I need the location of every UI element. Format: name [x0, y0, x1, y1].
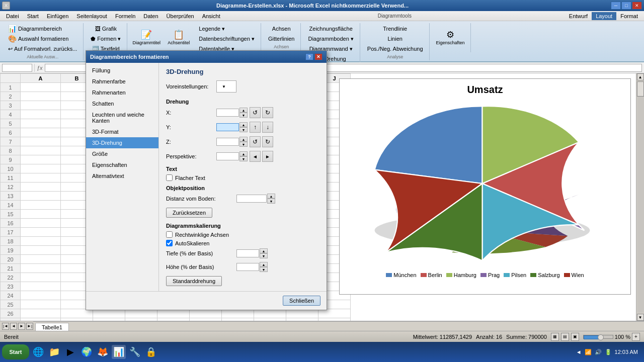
y-input[interactable]: 40° [216, 123, 239, 131]
menu-layout[interactable]: Layout [592, 12, 616, 20]
tiefe-row: Tiefe (% der Basis) 100 ▲ ▼ [166, 248, 319, 258]
z-rotate-right[interactable]: ↻ [262, 136, 273, 147]
page-layout-button[interactable]: ▤ [561, 333, 569, 341]
hoehe-spin-up[interactable]: ▲ [260, 262, 268, 267]
nav-fullung[interactable]: Füllung [86, 65, 158, 76]
autoskalieren-label: AutoSkalieren [175, 240, 210, 246]
distanz-spin-up[interactable]: ▲ [267, 194, 275, 199]
standarddrehung-button[interactable]: Standarddrehung [166, 276, 222, 286]
nav-rahmenfarbe[interactable]: Rahmenfarbe [86, 76, 158, 87]
taskbar-tray: ◄ 📶 🔊 🔋 12:03 AM [572, 349, 642, 355]
zoom-slider-thumb[interactable] [598, 334, 604, 340]
tiefe-input[interactable]: 100 [236, 249, 259, 257]
legend-color-wien [564, 273, 570, 277]
legend-label-muenchen: München [393, 272, 416, 278]
x-input[interactable]: 0° [216, 109, 239, 117]
dialog-overlay: Diagrammbereich formatieren ? ✕ Füllung … [0, 0, 352, 327]
y-rotate-up[interactable]: ↑ [250, 122, 261, 133]
taskbar-media-icon[interactable]: ▶ [63, 345, 77, 359]
dialog-format: Diagrammbereich formatieren ? ✕ Füllung … [86, 50, 327, 310]
hoehe-input[interactable]: 100 [236, 263, 259, 271]
objektposition-title: Objektposition [166, 185, 319, 191]
z-spin-up[interactable]: ▲ [239, 137, 248, 142]
nav-eigenschaften[interactable]: Eigenschaften [86, 159, 158, 170]
zoom-slider[interactable] [583, 335, 613, 339]
taskbar-globe-icon[interactable]: 🌍 [79, 345, 94, 359]
presets-dropdown[interactable]: ▼ [216, 80, 236, 93]
scroll-down-button[interactable]: ▼ [637, 314, 644, 321]
z-input[interactable]: 0° [216, 138, 239, 146]
taskbar-lock-icon[interactable]: 🔒 [144, 345, 158, 359]
perspektive-input[interactable]: 0.1° [216, 152, 239, 160]
hoehe-spin-down[interactable]: ▼ [260, 267, 268, 272]
tray-battery-icon: 🔋 [605, 349, 612, 355]
distanz-label: Distanz vom Boden: [166, 196, 236, 202]
minimize-button[interactable]: ─ [611, 2, 621, 10]
close-button[interactable]: ✕ [632, 2, 642, 10]
menu-format[interactable]: Format [616, 12, 642, 20]
y-spin-up[interactable]: ▲ [239, 122, 248, 127]
taskbar-ie-icon[interactable]: 🌐 [31, 345, 45, 359]
btn-linien[interactable]: Linien [385, 34, 406, 43]
taskbar-folder-icon[interactable]: 📁 [47, 345, 61, 359]
page-break-button[interactable]: ▣ [571, 333, 579, 341]
autoskalieren-checkbox[interactable] [166, 240, 173, 246]
start-button[interactable]: Start [2, 344, 29, 359]
perspektive-narrow[interactable]: ◄ [250, 151, 261, 162]
btn-pos-neg[interactable]: Pos./Neg. Abweichung [364, 44, 426, 53]
nav-rahmenarten[interactable]: Rahmenarten [86, 87, 158, 98]
scroll-track[interactable] [637, 81, 644, 313]
nav-groesse[interactable]: Größe [86, 148, 158, 159]
nav-3d-format[interactable]: 3D-Format [86, 126, 158, 137]
taskbar-excel-icon[interactable]: 📊 [112, 345, 126, 359]
btn-trendlinie[interactable]: Trendlinie [380, 24, 410, 33]
tiefe-spin-up[interactable]: ▲ [260, 248, 268, 253]
nav-alternativtext[interactable]: Alternativtext [86, 170, 158, 182]
x-spin-up[interactable]: ▲ [239, 108, 248, 113]
chart-area[interactable]: Umsatz [339, 78, 631, 295]
tray-network-icon: 📶 [585, 349, 592, 355]
x-rotate-left[interactable]: ↺ [250, 107, 261, 118]
perspektive-spin: 0.1° ▲ ▼ ◄ ► [216, 151, 273, 162]
dialog-nav: Füllung Rahmenfarbe Rahmenarten Schatten… [86, 63, 159, 291]
zoom-control: 100 % + [583, 333, 640, 341]
rechtwinklige-checkbox[interactable] [166, 231, 173, 238]
taskbar-firefox-icon[interactable]: 🦊 [96, 345, 110, 359]
z-spin-down[interactable]: ▼ [239, 142, 248, 147]
nav-leuchten[interactable]: Leuchten und weiche Kanten [86, 109, 158, 126]
zoom-in-button[interactable]: + [632, 333, 640, 341]
btn-eigenschaften[interactable]: ⚙ Eigenschaften [434, 24, 467, 50]
x-spin-down[interactable]: ▼ [239, 113, 248, 118]
diagrammskalierung-section: Diagrammskalierung Rechtwinklige Achsen … [166, 223, 319, 272]
nav-schatten[interactable]: Schatten [86, 98, 158, 109]
distanz-input[interactable]: 0 Pt. [236, 195, 267, 203]
legend-color-muenchen [386, 273, 392, 277]
dialog-help-button[interactable]: ? [305, 53, 313, 60]
vertical-scrollbar[interactable]: ▲ ▼ [636, 73, 644, 321]
distanz-spin-down[interactable]: ▼ [267, 199, 275, 204]
y-rotate-down[interactable]: ↓ [262, 122, 273, 133]
menu-entwurf[interactable]: Entwurf [565, 12, 592, 20]
perspektive-spin-down[interactable]: ▼ [239, 156, 248, 161]
normal-view-button[interactable]: ▦ [551, 333, 559, 341]
window-controls: ─ □ ✕ [611, 2, 642, 10]
nav-3d-drehung[interactable]: 3D-Drehung [86, 137, 158, 148]
tray-arrow[interactable]: ◄ [576, 349, 582, 355]
scroll-thumb[interactable] [637, 81, 644, 97]
perspektive-spin-up[interactable]: ▲ [239, 151, 248, 156]
perspektive-wide[interactable]: ► [262, 151, 273, 162]
scroll-up-button[interactable]: ▲ [637, 73, 644, 80]
zuruecksetzen-button[interactable]: Zurücksetzen [166, 208, 212, 218]
y-spin-down[interactable]: ▼ [239, 127, 248, 132]
maximize-button[interactable]: □ [621, 2, 631, 10]
distanz-row: Distanz vom Boden: 0 Pt. ▲ ▼ [166, 194, 319, 204]
tiefe-spin-down[interactable]: ▼ [260, 253, 268, 258]
y-spin-btns: ▲ ▼ [239, 122, 248, 132]
flacher-text-checkbox[interactable] [166, 174, 173, 181]
taskbar-tool-icon[interactable]: 🔧 [128, 345, 142, 359]
z-rotate-left[interactable]: ↺ [250, 136, 261, 147]
schliessen-button[interactable]: Schließen [283, 296, 320, 306]
dialog-close-button[interactable]: ✕ [314, 53, 323, 60]
view-buttons: ▦ ▤ ▣ [551, 333, 579, 341]
x-rotate-right[interactable]: ↻ [262, 107, 273, 118]
